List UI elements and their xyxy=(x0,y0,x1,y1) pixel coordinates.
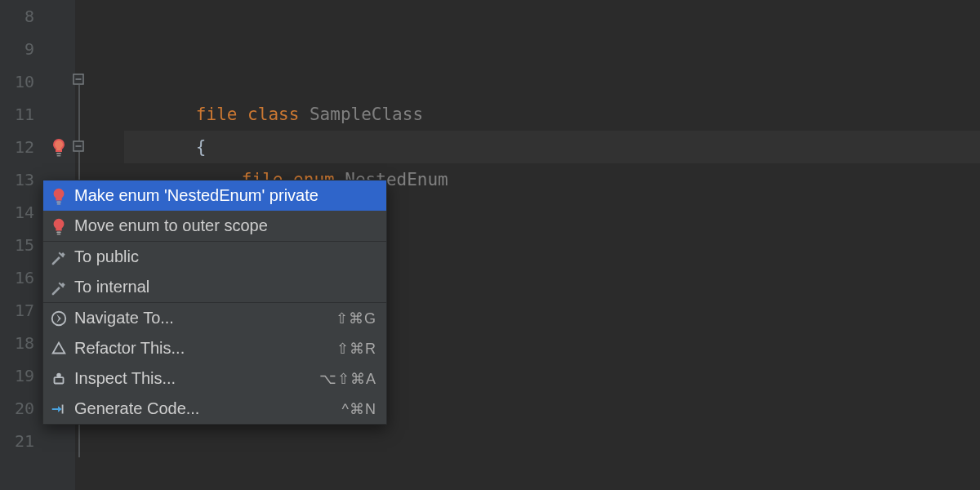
svg-rect-0 xyxy=(56,153,61,154)
class-name: SampleClass xyxy=(310,105,423,124)
line-number: 16 xyxy=(0,261,42,294)
hammer-icon xyxy=(50,248,68,266)
keyword-class: class xyxy=(247,105,299,124)
menu-item-label: Refactor This... xyxy=(74,339,330,358)
svg-rect-8 xyxy=(56,231,61,233)
quickfix-context-menu: Make enum 'NestedEnum' private Move enum… xyxy=(42,180,387,425)
generate-code-icon xyxy=(50,400,68,418)
line-number: 19 xyxy=(0,359,42,392)
triangle-icon xyxy=(50,340,68,358)
line-number-gutter: 8 9 10 11 12 13 14 15 16 17 18 19 20 21 xyxy=(0,0,42,490)
lightbulb-error-icon xyxy=(50,187,68,205)
menu-item-shortcut: ⌥⇧⌘A xyxy=(319,370,376,388)
menu-item-label: To public xyxy=(74,247,376,266)
svg-rect-11 xyxy=(55,377,64,383)
menu-item-shortcut: ^⌘N xyxy=(342,400,376,418)
menu-item-move-outer[interactable]: Move enum to outer scope xyxy=(43,211,386,241)
code-line: { xyxy=(134,98,207,131)
svg-rect-7 xyxy=(57,203,61,204)
svg-rect-1 xyxy=(57,155,61,157)
line-number: 20 xyxy=(0,392,42,425)
menu-item-shortcut: ⇧⌘G xyxy=(336,310,376,327)
menu-item-label: Inspect This... xyxy=(74,369,313,388)
fold-minus-icon[interactable] xyxy=(73,140,84,152)
line-number: 9 xyxy=(0,33,42,65)
code-line: file enum NestedEnum xyxy=(180,131,448,163)
lightbulb-error-icon xyxy=(50,217,68,235)
line-number: 21 xyxy=(0,425,42,457)
menu-item-navigate-to[interactable]: Navigate To... ⇧⌘G xyxy=(43,303,386,333)
menu-item-label: Move enum to outer scope xyxy=(74,216,376,235)
compass-icon xyxy=(50,310,68,327)
menu-item-generate-code[interactable]: Generate Code... ^⌘N xyxy=(43,394,386,424)
menu-item-to-public[interactable]: To public xyxy=(43,242,386,272)
menu-item-label: Make enum 'NestedEnum' private xyxy=(74,186,376,205)
svg-point-12 xyxy=(56,372,61,377)
line-number: 8 xyxy=(0,0,42,33)
code-line: file class SampleClass xyxy=(134,65,423,98)
menu-item-make-private[interactable]: Make enum 'NestedEnum' private xyxy=(43,180,386,211)
hammer-icon xyxy=(50,278,68,296)
line-number: 12 xyxy=(0,131,42,163)
svg-rect-9 xyxy=(57,234,61,234)
line-number: 17 xyxy=(0,294,42,327)
fold-minus-icon[interactable] xyxy=(73,74,84,85)
line-number: 15 xyxy=(0,229,42,261)
lightbulb-error-icon[interactable] xyxy=(49,137,69,157)
line-number: 13 xyxy=(0,163,42,196)
menu-item-refactor-this[interactable]: Refactor This... ⇧⌘R xyxy=(43,333,386,363)
line-number: 18 xyxy=(0,327,42,359)
inspect-icon xyxy=(50,370,68,388)
menu-item-shortcut: ⇧⌘R xyxy=(336,340,376,358)
menu-item-inspect-this[interactable]: Inspect This... ⌥⇧⌘A xyxy=(43,363,386,394)
line-number: 11 xyxy=(0,98,42,131)
menu-item-label: Navigate To... xyxy=(74,309,329,327)
line-number: 14 xyxy=(0,196,42,229)
svg-rect-6 xyxy=(56,201,61,203)
menu-item-label: To internal xyxy=(74,278,376,296)
menu-item-to-internal[interactable]: To internal xyxy=(43,272,386,302)
menu-item-label: Generate Code... xyxy=(74,399,336,418)
line-number: 10 xyxy=(0,65,42,98)
